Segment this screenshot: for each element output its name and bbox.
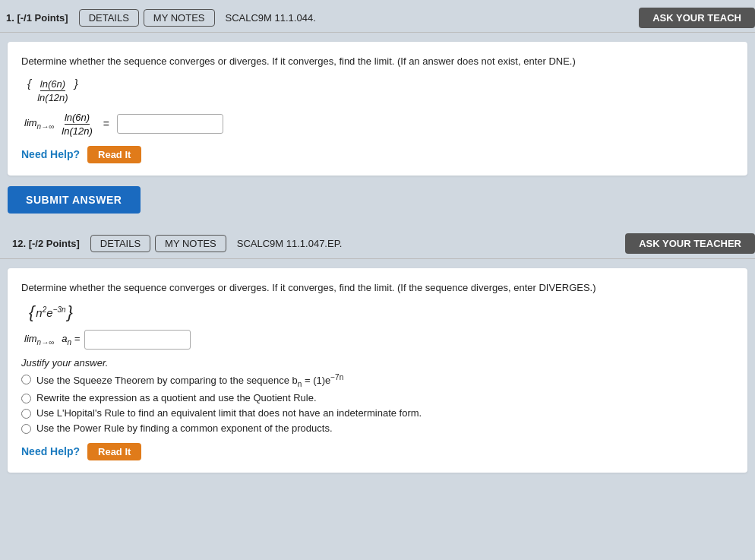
lim-text-12: limn→∞ (24, 333, 54, 346)
ask-teacher-button-12[interactable]: ASK YOUR TEACHER (625, 233, 755, 254)
radio-label-3: Use the Power Rule by finding a common e… (36, 422, 333, 434)
problem11-header: 1. [-/1 Points] DETAILS MY NOTES SCALC9M… (0, 0, 755, 33)
curly-open: { (27, 77, 31, 90)
problem12-section: Determine whether the sequence converges… (8, 268, 747, 473)
need-help-label-12: Need Help? (21, 445, 80, 457)
problem12-limit-line: limn→∞ an = (24, 330, 734, 350)
sequence-fraction: ln(6n) ln(12n) (34, 77, 74, 90)
a-sub-n-label: an = (62, 333, 80, 346)
radio-input-0[interactable] (21, 375, 31, 384)
radio-label-2: Use L'Hopital's Rule to find an equivale… (36, 407, 422, 419)
answer-input-12[interactable] (84, 330, 191, 350)
my-notes-button-12[interactable]: MY NOTES (155, 235, 226, 252)
problem11-label: 1. [-/1 Points] (6, 12, 68, 24)
radio-input-2[interactable] (21, 409, 31, 419)
ask-teacher-button-11[interactable]: ASK YOUR TEACH (639, 8, 755, 28)
submit-row-11: SUBMIT ANSWER (8, 186, 747, 214)
justify-label-12: Justify your answer. (21, 357, 734, 369)
problem11-description: Determine whether the sequence converges… (21, 54, 734, 69)
need-help-row-12: Need Help? Read It (21, 443, 734, 460)
curly-close-12: } (68, 302, 73, 322)
lim-fraction-11: ln(6n) ln(12n) (58, 111, 95, 137)
radio-input-1[interactable] (21, 394, 31, 403)
problem12-header: 12. [-/2 Points] DETAILS MY NOTES SCALC9… (0, 226, 755, 259)
problem12-description: Determine whether the sequence converges… (21, 280, 734, 296)
need-help-label-11: Need Help? (21, 148, 80, 160)
details-button-11[interactable]: DETAILS (79, 9, 139, 27)
submit-button-11[interactable]: SUBMIT ANSWER (8, 186, 141, 214)
seq-numerator: ln(6n) (40, 78, 65, 91)
lim-num: ln(6n) (65, 112, 90, 125)
radio-option-2[interactable]: Use L'Hopital's Rule to find an equivale… (21, 407, 734, 419)
details-button-12[interactable]: DETAILS (90, 235, 150, 252)
lim-text-11: limn→∞ (24, 117, 54, 131)
radio-label-0: Use the Squeeze Theorem by comparing to … (36, 373, 343, 388)
problem11-limit-line: limn→∞ ln(6n) ln(12n) = (24, 111, 734, 137)
problem12-label: 12. [-/2 Points] (12, 238, 80, 249)
scalc-label-11: SCALC9M 11.1.044. (226, 12, 316, 24)
radio-option-0[interactable]: Use the Squeeze Theorem by comparing to … (21, 373, 734, 388)
radio-input-3[interactable] (21, 424, 31, 434)
radio-options-12: Use the Squeeze Theorem by comparing to … (21, 373, 734, 434)
scalc-label-12: SCALC9M 11.1.047.EP. (237, 238, 343, 249)
seq-expr-12: n2e−3n (36, 305, 65, 319)
problem12-sequence-display: { n2e−3n } (27, 302, 734, 322)
problem11-section: Determine whether the sequence converges… (8, 42, 747, 176)
page: 1. [-/1 Points] DETAILS MY NOTES SCALC9M… (0, 0, 755, 560)
read-it-button-11[interactable]: Read It (87, 146, 141, 163)
read-it-button-12[interactable]: Read It (87, 443, 141, 460)
curly-open-12: { (29, 302, 34, 322)
radio-option-3[interactable]: Use the Power Rule by finding a common e… (21, 422, 734, 434)
curly-close: } (74, 77, 78, 90)
answer-input-11[interactable] (117, 114, 223, 134)
problem11-sequence: { ln(6n) ln(12n) } (27, 77, 734, 103)
seq-denominator: ln(12n) (37, 92, 68, 103)
radio-label-1: Rewrite the expression as a quotient and… (36, 392, 317, 403)
my-notes-button-11[interactable]: MY NOTES (144, 9, 215, 27)
radio-option-1[interactable]: Rewrite the expression as a quotient and… (21, 392, 734, 403)
lim-den: ln(12n) (62, 125, 92, 137)
need-help-row-11: Need Help? Read It (21, 146, 734, 163)
lim-equals-11: = (103, 118, 109, 130)
